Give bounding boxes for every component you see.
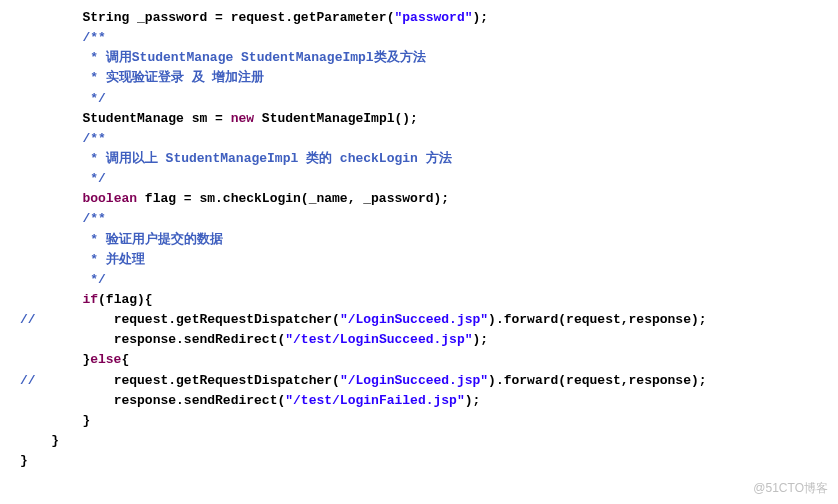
code-text: ); [465, 393, 481, 408]
code-line: }else{ [20, 350, 838, 370]
indent [20, 10, 82, 25]
code-text: ); [473, 332, 489, 347]
code-text: request.getRequestDispatcher( [114, 373, 340, 388]
code-line: // request.getRequestDispatcher("/LoginS… [20, 310, 838, 330]
string-literal: "/test/LoginSucceed.jsp" [285, 332, 472, 347]
code-line: } [20, 431, 838, 451]
code-line: StudentManage sm = new StudentManageImpl… [20, 109, 838, 129]
indent [20, 393, 114, 408]
keyword-else: else [90, 352, 121, 367]
keyword-new: new [231, 111, 254, 126]
commented-out: // [20, 312, 114, 327]
code-text: ).forward(request,response); [488, 312, 706, 327]
indent [20, 191, 82, 206]
code-line: if(flag){ [20, 290, 838, 310]
code-text: StudentManageImpl(); [254, 111, 418, 126]
code-text: ); [473, 10, 489, 25]
indent [20, 111, 82, 126]
indent [20, 332, 114, 347]
javadoc-start: /** [20, 30, 106, 45]
code-line: boolean flag = sm.checkLogin(_name, _pas… [20, 189, 838, 209]
javadoc-end: */ [20, 171, 106, 186]
code-line: } [20, 411, 838, 431]
code-line: * 验证用户提交的数据 [20, 230, 838, 250]
code-line: * 并处理 [20, 250, 838, 270]
code-line: */ [20, 169, 838, 189]
code-line: /** [20, 129, 838, 149]
code-line: response.sendRedirect("/test/LoginSuccee… [20, 330, 838, 350]
code-text: flag = sm.checkLogin(_name, _password); [137, 191, 449, 206]
code-line: /** [20, 209, 838, 229]
javadoc-end: */ [20, 91, 106, 106]
code-line: */ [20, 270, 838, 290]
javadoc-line: * 实现验证登录 及 增加注册 [20, 70, 264, 85]
commented-out: // [20, 373, 114, 388]
code-block: String _password = request.getParameter(… [0, 8, 838, 471]
javadoc-line: * 验证用户提交的数据 [20, 232, 223, 247]
indent [20, 292, 82, 307]
string-literal: "/LoginSucceed.jsp" [340, 373, 488, 388]
javadoc-line: * 调用StudentManage StudentManageImpl类及方法 [20, 50, 426, 65]
string-literal: "/LoginSucceed.jsp" [340, 312, 488, 327]
keyword-boolean: boolean [82, 191, 137, 206]
code-line: response.sendRedirect("/test/LoginFailed… [20, 391, 838, 411]
javadoc-start: /** [20, 211, 106, 226]
string-literal: "password" [394, 10, 472, 25]
code-text: (flag){ [98, 292, 153, 307]
javadoc-line: * 调用以上 StudentManageImpl 类的 checkLogin 方… [20, 151, 452, 166]
code-line: /** [20, 28, 838, 48]
brace-close: } [20, 413, 90, 428]
brace-close: } [20, 453, 28, 468]
code-line: */ [20, 89, 838, 109]
code-line: * 实现验证登录 及 增加注册 [20, 68, 838, 88]
code-line: String _password = request.getParameter(… [20, 8, 838, 28]
code-text: ).forward(request,response); [488, 373, 706, 388]
code-text: request.getRequestDispatcher( [114, 312, 340, 327]
code-line: // request.getRequestDispatcher("/LoginS… [20, 371, 838, 391]
code-text: response.sendRedirect( [114, 332, 286, 347]
code-line: * 调用StudentManage StudentManageImpl类及方法 [20, 48, 838, 68]
code-line: * 调用以上 StudentManageImpl 类的 checkLogin 方… [20, 149, 838, 169]
brace-close: } [20, 433, 59, 448]
javadoc-end: */ [20, 272, 106, 287]
string-literal: "/test/LoginFailed.jsp" [285, 393, 464, 408]
code-text: { [121, 352, 129, 367]
code-line: } [20, 451, 838, 471]
keyword-if: if [82, 292, 98, 307]
watermark: @51CTO博客 [753, 479, 828, 498]
indent: } [20, 352, 90, 367]
code-text: StudentManage sm = [82, 111, 230, 126]
javadoc-line: * 并处理 [20, 252, 145, 267]
javadoc-start: /** [20, 131, 106, 146]
code-text: String _password = request.getParameter( [82, 10, 394, 25]
code-text: response.sendRedirect( [114, 393, 286, 408]
